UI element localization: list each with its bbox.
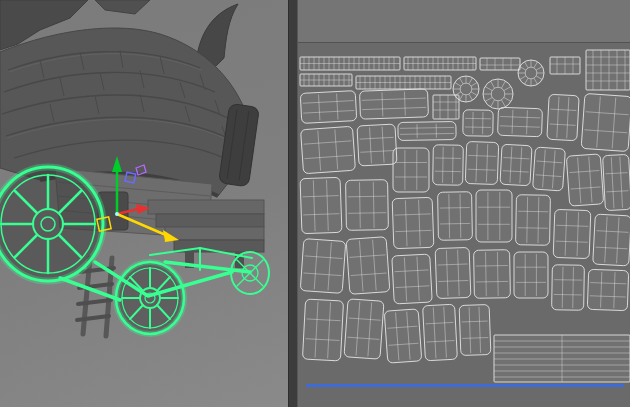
uv-island[interactable] xyxy=(435,247,471,298)
uv-island[interactable] xyxy=(474,250,511,299)
uv-horizontal-scrollbar[interactable] xyxy=(306,384,624,387)
uv-island[interactable] xyxy=(300,57,400,70)
uv-island[interactable] xyxy=(480,58,520,70)
uv-island[interactable] xyxy=(404,57,476,70)
uv-island[interactable] xyxy=(300,177,342,233)
uv-island[interactable] xyxy=(302,299,343,361)
uv-island[interactable] xyxy=(547,94,579,141)
uv-canvas[interactable] xyxy=(298,0,630,407)
uv-island[interactable] xyxy=(587,269,628,310)
uv-island[interactable] xyxy=(300,239,346,294)
uv-island[interactable] xyxy=(465,141,498,184)
uv-island[interactable] xyxy=(459,304,491,355)
uv-island[interactable] xyxy=(498,107,543,137)
uv-island[interactable] xyxy=(423,304,458,361)
uv-island[interactable] xyxy=(593,214,630,266)
uv-island[interactable] xyxy=(516,195,551,246)
uv-island[interactable] xyxy=(566,154,603,206)
panel-splitter[interactable] xyxy=(288,0,298,407)
perspective-viewport[interactable] xyxy=(0,0,288,407)
uv-editor-panel[interactable] xyxy=(298,0,630,407)
uv-island[interactable] xyxy=(603,154,630,210)
uv-island[interactable] xyxy=(500,144,532,186)
uv-island[interactable] xyxy=(463,110,493,137)
uv-island[interactable] xyxy=(494,335,630,382)
uv-island[interactable] xyxy=(518,60,544,86)
uv-island[interactable] xyxy=(344,299,384,359)
uv-island[interactable] xyxy=(393,148,429,192)
uv-island[interactable] xyxy=(346,180,389,231)
uv-island[interactable] xyxy=(357,124,397,166)
gizmo-center[interactable] xyxy=(115,212,119,216)
uv-island[interactable] xyxy=(553,209,591,258)
uv-island[interactable] xyxy=(552,265,585,311)
uv-island[interactable] xyxy=(433,95,459,119)
uv-island[interactable] xyxy=(398,121,456,140)
viewport-scene xyxy=(0,0,288,407)
uv-island[interactable] xyxy=(392,254,432,304)
uv-island[interactable] xyxy=(533,147,566,191)
uv-island[interactable] xyxy=(586,50,630,90)
uv-island[interactable] xyxy=(300,74,352,86)
uv-island[interactable] xyxy=(346,237,390,295)
uv-island[interactable] xyxy=(300,91,356,124)
uv-island[interactable] xyxy=(438,192,473,241)
uv-island[interactable] xyxy=(301,126,356,174)
modeling-app-window xyxy=(0,0,630,407)
uv-island[interactable] xyxy=(433,145,464,186)
uv-island[interactable] xyxy=(392,197,434,248)
uv-island[interactable] xyxy=(581,93,630,151)
uv-island[interactable] xyxy=(356,76,451,89)
uv-island[interactable] xyxy=(514,252,548,298)
uv-island[interactable] xyxy=(384,309,422,363)
uv-island[interactable] xyxy=(550,57,580,74)
uv-island[interactable] xyxy=(476,190,512,242)
uv-island[interactable] xyxy=(360,89,429,119)
uv-island[interactable] xyxy=(483,79,513,109)
